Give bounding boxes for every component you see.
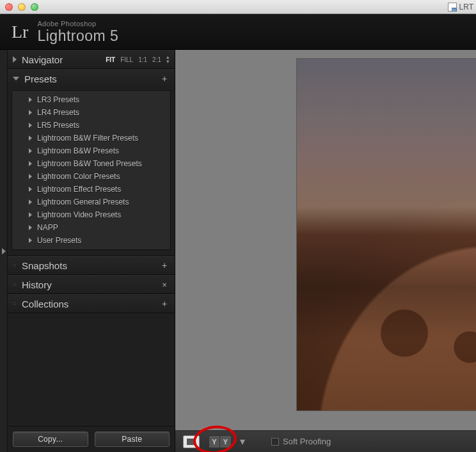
preset-folder[interactable]: Lightroom Video Presets xyxy=(12,208,170,221)
panel-navigator: Navigator FIT FILL 1:1 2:1 ▴▾ xyxy=(8,50,175,69)
preset-folder-label: LR3 Presets xyxy=(37,95,79,104)
preset-folder[interactable]: LR3 Presets xyxy=(12,93,170,106)
panel-grip-icon: ∷ xyxy=(13,301,17,307)
preset-folder-label: LR5 Presets xyxy=(37,121,79,130)
panel-presets-header[interactable]: Presets + xyxy=(8,70,175,88)
disclosure-triangle-icon xyxy=(29,238,32,243)
loupe-view-button[interactable] xyxy=(183,435,200,448)
panel-title: Presets xyxy=(24,74,159,84)
preset-folder[interactable]: Lightroom Effect Presets xyxy=(12,183,170,196)
close-window-button[interactable] xyxy=(5,3,13,11)
preset-folder[interactable]: LR5 Presets xyxy=(12,119,170,132)
panel-grip-icon: ∷ xyxy=(13,282,17,288)
preset-folder-label: User Presets xyxy=(37,236,81,245)
disclosure-triangle-icon xyxy=(13,77,19,81)
checkbox-icon xyxy=(271,438,279,446)
panel-title: Navigator xyxy=(22,54,106,65)
brand-adobe: Adobe Photoshop xyxy=(37,20,118,27)
preset-folder-label: Lightroom B&W Presets xyxy=(37,146,119,155)
preset-folder-label: Lightroom B&W Toned Presets xyxy=(37,159,142,168)
content-area: Y Y ▾ Soft Proofing xyxy=(175,50,476,452)
preset-folder[interactable]: Lightroom B&W Toned Presets xyxy=(12,157,170,170)
disclosure-triangle-icon xyxy=(29,110,32,115)
disclosure-triangle-icon xyxy=(29,199,32,205)
panel-collections-header[interactable]: ∷ Collections + xyxy=(8,295,175,313)
left-sidebar: Navigator FIT FILL 1:1 2:1 ▴▾ xyxy=(8,50,175,452)
preset-folder[interactable]: Lightroom B&W Presets xyxy=(12,144,170,157)
disclosure-triangle-icon xyxy=(13,56,17,63)
panel-collections: ∷ Collections + xyxy=(8,294,175,313)
disclosure-triangle-icon xyxy=(29,187,32,192)
before-after-right-button[interactable]: Y xyxy=(220,435,232,448)
disclosure-triangle-icon xyxy=(29,136,32,141)
preset-folder-label: Lightroom Effect Presets xyxy=(37,185,121,194)
window-titlebar: LRT xyxy=(0,0,476,14)
zoom-fill[interactable]: FILL xyxy=(120,56,133,63)
panel-snapshots-header[interactable]: ∷ Snapshots + xyxy=(8,256,175,274)
document-icon xyxy=(448,3,457,12)
panel-title: History xyxy=(22,279,159,290)
preset-folder-label: NAPP xyxy=(37,223,58,232)
panel-history: ∷ History × xyxy=(8,275,175,294)
panel-history-header[interactable]: ∷ History × xyxy=(8,276,175,293)
preset-folder-label: Lightroom General Presets xyxy=(37,198,129,207)
disclosure-triangle-icon xyxy=(29,225,32,230)
preset-folder[interactable]: LR4 Presets xyxy=(12,106,170,119)
develop-toolbar: Y Y ▾ Soft Proofing xyxy=(175,430,476,452)
preset-folder-label: Lightroom Color Presets xyxy=(37,172,120,181)
disclosure-triangle-icon xyxy=(29,174,32,179)
panel-snapshots: ∷ Snapshots + xyxy=(8,256,175,275)
disclosure-triangle-icon xyxy=(29,161,32,166)
app-header: Lr Adobe Photoshop Lightroom 5 xyxy=(0,14,476,50)
panel-grip-icon: ∷ xyxy=(13,263,17,269)
zoom-custom[interactable]: 2:1 xyxy=(152,56,161,63)
before-after-group: Y Y xyxy=(209,435,232,448)
panel-navigator-header[interactable]: Navigator FIT FILL 1:1 2:1 ▴▾ xyxy=(8,51,175,68)
panel-title: Snapshots xyxy=(22,260,159,271)
preset-folder[interactable]: Lightroom Color Presets xyxy=(12,170,170,183)
preset-folder[interactable]: User Presets xyxy=(12,234,170,247)
panel-title: Collections xyxy=(22,299,159,309)
brand-block: Adobe Photoshop Lightroom 5 xyxy=(37,20,118,43)
brand-product: Lightroom 5 xyxy=(37,29,118,43)
soft-proofing-label: Soft Proofing xyxy=(283,437,331,446)
window-controls xyxy=(5,3,38,11)
preset-folder[interactable]: NAPP xyxy=(12,221,170,234)
zoom-window-button[interactable] xyxy=(31,3,38,11)
before-after-dropdown[interactable]: ▾ xyxy=(238,435,247,448)
panel-presets: Presets + LR3 PresetsLR4 PresetsLR5 Pres… xyxy=(8,69,175,256)
preset-folder-label: Lightroom B&W Filter Presets xyxy=(37,134,138,143)
sidebar-collapse-handle[interactable] xyxy=(0,50,8,452)
copy-button[interactable]: Copy... xyxy=(13,432,88,447)
add-collection-button[interactable]: + xyxy=(159,299,170,309)
add-snapshot-button[interactable]: + xyxy=(159,260,170,270)
presets-tree: LR3 PresetsLR4 PresetsLR5 PresetsLightro… xyxy=(12,90,171,250)
preset-folder-label: LR4 Presets xyxy=(37,108,79,117)
paste-button[interactable]: Paste xyxy=(95,432,170,447)
preset-folder[interactable]: Lightroom B&W Filter Presets xyxy=(12,132,170,144)
preset-folder-label: Lightroom Video Presets xyxy=(37,210,121,219)
zoom-stepper-icon[interactable]: ▴▾ xyxy=(166,55,170,64)
title-document: LRT xyxy=(448,3,473,12)
disclosure-triangle-icon xyxy=(29,123,32,128)
clear-history-button[interactable]: × xyxy=(159,280,170,290)
disclosure-triangle-icon xyxy=(29,97,32,102)
title-document-label: LRT xyxy=(459,3,473,12)
disclosure-triangle-icon xyxy=(29,148,32,153)
zoom-fit[interactable]: FIT xyxy=(106,56,115,63)
minimize-window-button[interactable] xyxy=(18,3,26,11)
before-after-left-button[interactable]: Y xyxy=(209,435,220,448)
preset-folder[interactable]: Lightroom General Presets xyxy=(12,196,170,208)
soft-proofing-toggle[interactable]: Soft Proofing xyxy=(271,437,331,446)
image-canvas[interactable] xyxy=(175,50,476,430)
chevron-left-icon xyxy=(2,248,6,254)
disclosure-triangle-icon xyxy=(29,212,32,217)
zoom-1to1[interactable]: 1:1 xyxy=(138,56,147,63)
lightroom-logo: Lr xyxy=(12,22,28,42)
add-preset-button[interactable]: + xyxy=(159,74,170,84)
sidebar-footer: Copy... Paste xyxy=(8,426,175,452)
preview-photo xyxy=(297,59,476,410)
